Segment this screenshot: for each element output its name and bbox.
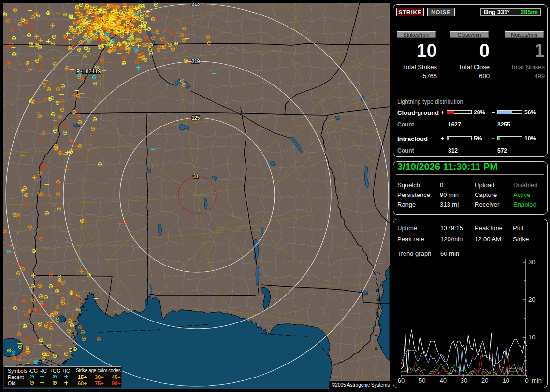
svg-text:30: 30 [461,377,467,384]
svg-text:40: 40 [439,377,446,384]
svg-text:60: 60 [398,377,405,384]
svg-text:20: 20 [481,377,488,384]
svg-text:10: 10 [502,377,509,384]
svg-text:20: 20 [528,296,535,303]
svg-text:50: 50 [419,377,425,384]
svg-text:10: 10 [528,334,535,341]
svg-text:0: 0 [525,377,528,384]
svg-text:min: min [532,377,542,384]
svg-text:30: 30 [528,258,535,266]
